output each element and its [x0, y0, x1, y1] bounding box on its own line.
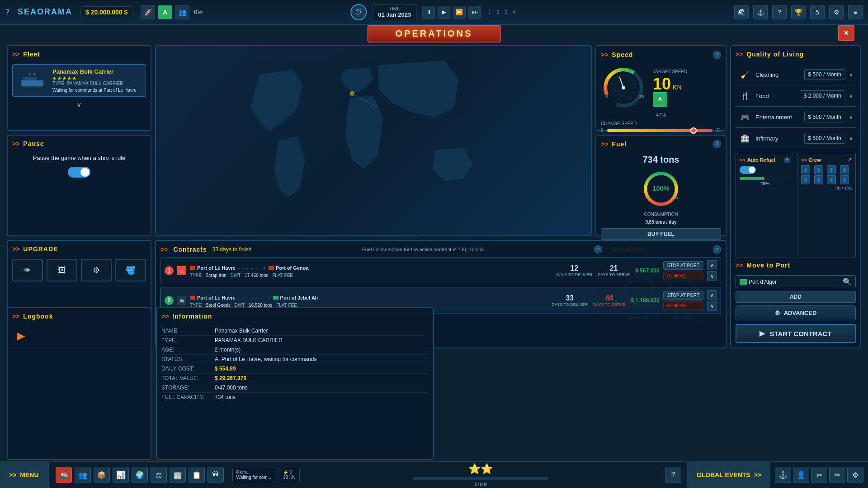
money-icon: $ — [85, 9, 89, 16]
nav-trade-icon[interactable]: ⚖ — [151, 467, 167, 483]
port-search[interactable]: Port d'Alger 🔍 — [736, 275, 856, 288]
expand-up-2[interactable]: ∧ — [707, 290, 717, 300]
nav-cargo-icon[interactable]: 📦 — [94, 467, 110, 483]
ship-card[interactable]: Panamax Bulk Carrier ★★★★★ TYPE: PANAMAX… — [12, 64, 146, 97]
upgrade-paint-button[interactable]: 🪣 — [115, 259, 146, 282]
map-panel — [155, 45, 592, 236]
gauge-circle: 0 100 — [601, 65, 646, 110]
food-cost-value: $ 2.000 / Month — [804, 93, 841, 99]
svg-text:100%: 100% — [653, 185, 670, 192]
days-serve-label-1: DAYS TO SERVE — [598, 272, 630, 277]
crew-count: 20 / 128 — [801, 186, 852, 191]
qol-food-chevron[interactable]: ∨ — [849, 93, 853, 99]
bottom-person-icon[interactable]: 👤 — [793, 467, 809, 483]
stop-at-port-button-1[interactable]: STOP AT PORT — [663, 261, 703, 270]
nav-icon-1[interactable]: 🚀 — [141, 5, 155, 19]
nav-buildings-icon[interactable]: 🏢 — [170, 467, 186, 483]
ship-type: TYPE: PANAMAX BULK CARRIER — [52, 81, 137, 86]
nav-crew-icon[interactable]: 👥 — [75, 467, 91, 483]
advanced-button[interactable]: ⚙ ADVANCED — [736, 305, 856, 320]
nav-ships-icon[interactable]: 🚢 — [56, 467, 72, 483]
upgrade-image-button[interactable]: 🖼 — [47, 259, 77, 282]
bottom-help-icon[interactable]: ? — [665, 467, 681, 483]
info-daily-cost-row: DAILY COST: $ 554,89 — [161, 364, 429, 374]
top-right-icon-2[interactable]: ⚓ — [753, 5, 768, 19]
upgrade-gear-button[interactable]: ⚙ — [81, 259, 112, 282]
top-right-icon-1[interactable]: 🌊 — [734, 5, 749, 19]
nav-contract-icon[interactable]: 📋 — [189, 467, 205, 483]
bottom-pencil-icon[interactable]: ✏ — [829, 467, 845, 483]
advanced-gear-icon: ⚙ — [775, 310, 780, 316]
nav-chart-icon[interactable]: 📊 — [113, 467, 129, 483]
buy-fuel-button[interactable]: BUY FUEL — [601, 228, 721, 240]
speed-help[interactable]: ? — [713, 51, 721, 59]
move-port-arrows: >> — [736, 262, 743, 269]
expand-down-2[interactable]: ∨ — [707, 301, 717, 311]
fuel-help[interactable]: ? — [713, 140, 721, 148]
expand-up-1[interactable]: ∧ — [707, 260, 717, 270]
pause-btn[interactable]: ⏸ — [422, 6, 435, 19]
menu-button[interactable]: >> MENU — [0, 462, 49, 488]
fff-btn[interactable]: ⏭ — [468, 6, 481, 19]
crew-cell-7: 👤 — [827, 175, 836, 184]
speed-slider[interactable] — [607, 129, 712, 132]
play-btn[interactable]: ▶ — [438, 6, 450, 19]
start-contract-arrow-icon: ▶ — [760, 329, 765, 338]
contracts-help[interactable]: ? — [594, 245, 602, 253]
crew-external-icon[interactable]: ↗ — [848, 157, 852, 163]
pause-toggle[interactable] — [68, 167, 90, 178]
contracts-external[interactable]: ↗ — [713, 245, 721, 253]
bottom-bar: >> MENU 🚢 👥 📦 📊 🌍 ⚖ 🏢 📋 🏛 Pana... Waitin… — [0, 461, 868, 488]
bottom-settings-icon[interactable]: ⚙ — [847, 467, 863, 483]
target-speed-unit: KN — [673, 84, 681, 91]
global-events-button[interactable]: GLOBAL EVENTS >> — [687, 462, 770, 488]
crew-grid: 👤 👤 👤 👤 👤 👤 👤 👤 — [801, 165, 852, 184]
fleet-arrows: >> — [12, 51, 19, 58]
remove-button-2[interactable]: REMOVE — [663, 301, 703, 310]
nav-icon-2[interactable]: A — [158, 5, 172, 19]
bottom-anchor-icon[interactable]: ⚓ — [775, 467, 791, 483]
close-button[interactable]: × — [838, 25, 854, 41]
ff-btn[interactable]: ⏩ — [453, 6, 466, 19]
nav-bank-icon[interactable]: 🏛 — [208, 467, 224, 483]
fleet-panel: >> Fleet Panamax Bulk Carrier ★★★★★ — [7, 45, 151, 131]
auto-refuel-help[interactable]: ? — [784, 157, 790, 163]
bottom-scissors-icon[interactable]: ✂ — [811, 467, 827, 483]
top-right-icon-4[interactable]: 🏆 — [791, 5, 806, 19]
qol-cleaning-chevron[interactable]: ∨ — [849, 71, 853, 78]
stop-at-port-button-2[interactable]: STOP AT PORT — [663, 291, 703, 300]
search-icon[interactable]: 🔍 — [843, 277, 852, 286]
info-age-label: AGE: — [161, 347, 211, 353]
move-to-port-section: >> Move to Port Port d'Alger 🔍 ADD ⚙ ADV… — [736, 262, 856, 343]
bottom-right-icons: ? — [660, 467, 687, 483]
qol-infirmary-chevron[interactable]: ∨ — [849, 135, 853, 141]
top-right-icon-3[interactable]: ? — [772, 5, 787, 19]
auto-refuel-toggle[interactable] — [740, 166, 756, 174]
expand-down-1[interactable]: ∨ — [707, 271, 717, 281]
nav-icon-3[interactable]: 👥 — [175, 5, 189, 19]
remove-button-1[interactable]: REMOVE — [663, 272, 703, 280]
info-name-value: Panamax Bulk Carrier — [215, 328, 268, 334]
info-fuel-cap-value: 734 tons — [215, 394, 236, 400]
pause-text: Pause the game when a ship is idle — [12, 155, 146, 161]
qol-entertainment-chevron[interactable]: ∨ — [849, 114, 853, 120]
add-button[interactable]: ADD — [736, 291, 856, 303]
fee-value-1: $ 567.000 — [635, 267, 659, 274]
top-right-icon-5[interactable]: 5 — [810, 5, 825, 19]
info-daily-label: DAILY COST: — [161, 366, 211, 372]
info-daily-value: $ 554,89 — [215, 366, 236, 372]
settings-icon[interactable]: ⚙ — [829, 5, 844, 19]
nav-globe-icon[interactable]: 🌍 — [132, 467, 148, 483]
start-contract-button[interactable]: ▶ START CONTRACT — [736, 324, 856, 343]
global-events-arrows: >> — [754, 471, 761, 479]
days-deliver-label-1: DAYS TO DELIVER — [556, 272, 592, 277]
fleet-chevron[interactable]: ∨ — [12, 100, 146, 109]
menu-dots-icon[interactable]: ≡ — [848, 5, 863, 19]
help-icon[interactable]: ? — [5, 8, 9, 16]
crew-label: Crew — [809, 157, 821, 163]
qol-cleaning-name: Cleaning — [755, 71, 801, 78]
contracts-fuel-info: Fuel Consumption for the active contract… — [362, 247, 484, 252]
info-fuel-cap-label: FUEL CAPACITY: — [161, 394, 211, 400]
days-to-deliver-2: 33 DAYS TO DELIVER — [552, 294, 588, 307]
upgrade-edit-button[interactable]: ✏ — [12, 259, 43, 282]
